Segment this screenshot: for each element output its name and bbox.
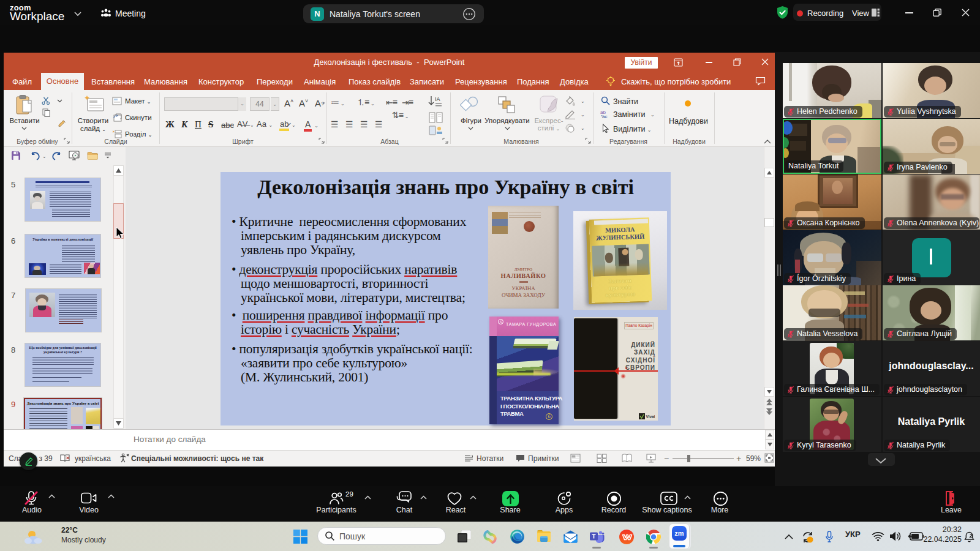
svg-text:ac: ac [602, 114, 607, 119]
svg-text:Vivat: Vivat [646, 414, 655, 419]
svg-text:ІА: ІА [435, 96, 440, 102]
